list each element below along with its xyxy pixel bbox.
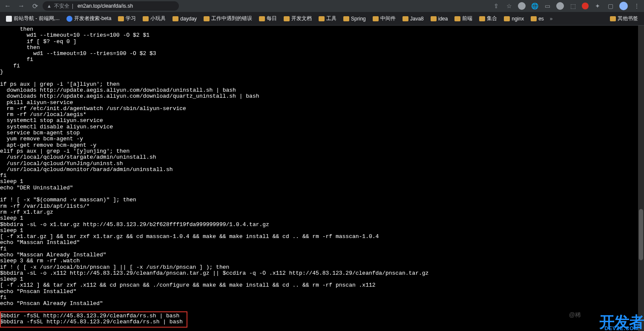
bookmark-label: 每日 — [267, 15, 277, 22]
bookmark-label: 工作中遇到的错误 — [211, 15, 252, 22]
highlight-box — [0, 311, 187, 328]
toolbar-icons: ⇪ ☆ 🌐 ▭ ⬚ ✦ ▢ ⋮ — [492, 2, 641, 10]
bookmark-label: 集合 — [487, 15, 497, 22]
bookmark-item-1[interactable]: 开发者搜索-beta — [64, 14, 114, 23]
bookmark-item-2[interactable]: 学习 — [115, 14, 138, 23]
translate-icon[interactable]: 🌐 — [531, 2, 538, 10]
profile-avatar[interactable] — [619, 2, 628, 10]
bookmark-item-15[interactable]: nginx — [501, 15, 526, 23]
site-icon — [66, 16, 72, 22]
nav-buttons: ← → ⟳ — [3, 2, 39, 10]
bookmark-item-3[interactable]: 小玩具 — [140, 14, 168, 23]
bookmark-label: idea — [438, 16, 448, 22]
script-text: then wd1 --timeout=10 --tries=100 -O $2 … — [0, 26, 644, 325]
other-bookmarks-label: 其他书签 — [618, 15, 638, 22]
panel-icon[interactable]: ▢ — [607, 2, 614, 10]
folder-icon — [479, 16, 485, 21]
folder-icon — [531, 16, 537, 21]
bookmark-label: 小玩具 — [150, 15, 166, 22]
insecure-icon: ▲ — [47, 3, 52, 9]
extension-icon-2[interactable] — [556, 2, 564, 10]
bookmark-label: 开发者搜索-beta — [74, 15, 111, 22]
watermark-big-sub: DEVZE.COM — [599, 326, 644, 331]
forward-button[interactable]: → — [17, 2, 26, 10]
bookmark-label: es — [538, 16, 544, 22]
page-content: then wd1 --timeout=10 --tries=100 -O $2 … — [0, 26, 644, 331]
folder-icon — [431, 16, 437, 21]
adblock-icon[interactable] — [582, 3, 589, 9]
folder-icon — [373, 16, 379, 21]
extensions-icon[interactable]: ✦ — [594, 2, 601, 10]
bookmark-item-7[interactable]: 开发文档 — [281, 14, 314, 23]
bookmarks-bar: 前站导航 - 前端网,...开发者搜索-beta学习小玩具dayday工作中遇到… — [0, 12, 644, 26]
bookmark-item-8[interactable]: 工具 — [316, 14, 339, 23]
extension-icon-3[interactable]: ⬚ — [569, 2, 577, 10]
bookmark-item-9[interactable]: Spring — [341, 15, 368, 23]
folder-icon — [402, 16, 408, 21]
folder-icon — [259, 16, 265, 21]
bookmark-item-10[interactable]: 中间件 — [370, 14, 398, 23]
url-separator: | — [72, 3, 73, 9]
bookmark-label: 工具 — [326, 15, 336, 22]
bookmark-item-6[interactable]: 每日 — [256, 14, 279, 23]
security-label: 不安全 — [54, 3, 69, 10]
folder-icon — [454, 16, 460, 21]
other-bookmarks[interactable]: 其他书签 — [607, 14, 641, 23]
bookmark-item-12[interactable]: idea — [428, 15, 451, 23]
back-button[interactable]: ← — [3, 2, 12, 10]
bookmark-item-11[interactable]: Java8 — [400, 15, 426, 23]
pocket-icon[interactable]: ▭ — [543, 2, 551, 10]
bookmark-label: 前端 — [462, 15, 472, 22]
bookmark-item-5[interactable]: 工作中遇到的错误 — [201, 14, 255, 23]
url-text: en2an.top/cleanfda/is.sh — [78, 3, 133, 9]
site-icon — [6, 16, 12, 22]
bookmark-item-14[interactable]: 集合 — [477, 14, 500, 23]
folder-icon — [610, 16, 616, 21]
extension-icon-1[interactable] — [518, 2, 526, 10]
watermark-big: 开发者DEVZE.COM — [599, 315, 644, 331]
bookmarks-overflow-icon[interactable]: » — [548, 16, 555, 22]
folder-icon — [118, 16, 124, 21]
folder-icon — [172, 16, 178, 21]
browser-toolbar: ← → ⟳ ▲ 不安全 | en2an.top/cleanfda/is.sh ⇪… — [0, 0, 644, 12]
bookmark-label: dayday — [180, 16, 197, 22]
menu-icon[interactable]: ⋮ — [633, 2, 641, 10]
vertical-scrollbar[interactable] — [638, 26, 644, 331]
bookmark-label: 中间件 — [380, 15, 396, 22]
bookmark-label: 开发文档 — [291, 15, 312, 22]
reload-button[interactable]: ⟳ — [31, 2, 39, 10]
bookmark-item-13[interactable]: 前端 — [452, 14, 475, 23]
address-bar[interactable]: ▲ 不安全 | en2an.top/cleanfda/is.sh — [43, 1, 179, 11]
bookmark-item-0[interactable]: 前站导航 - 前端网,... — [3, 14, 62, 23]
folder-icon — [143, 16, 149, 21]
star-icon[interactable]: ☆ — [505, 2, 513, 10]
bookmark-item-4[interactable]: dayday — [170, 15, 199, 23]
scrollbar-thumb[interactable] — [639, 209, 643, 260]
bookmark-label: 前站导航 - 前端网,... — [14, 15, 60, 22]
folder-icon — [284, 16, 290, 21]
folder-icon — [343, 16, 349, 21]
bookmark-label: 学习 — [126, 15, 136, 22]
bookmark-label: nginx — [512, 16, 524, 22]
folder-icon — [204, 16, 210, 21]
bookmark-item-16[interactable]: es — [528, 15, 546, 23]
folder-icon — [319, 16, 325, 21]
bookmark-label: Java8 — [410, 16, 424, 22]
watermark-small: @稀 — [569, 311, 581, 319]
bookmark-label: Spring — [351, 16, 366, 22]
share-icon[interactable]: ⇪ — [492, 2, 500, 10]
folder-icon — [504, 16, 510, 21]
